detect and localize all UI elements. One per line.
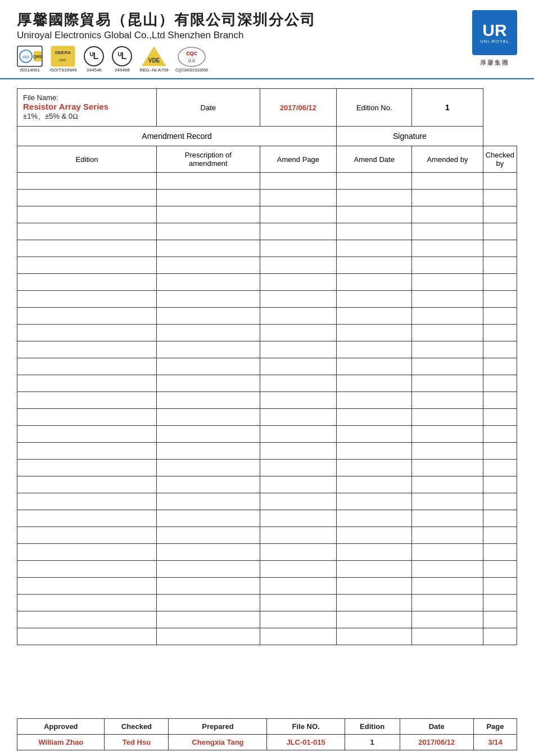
edition-label: Edition: [345, 719, 400, 735]
footer-labels-row: Approved Checked Prepared File NO. Editi…: [17, 719, 517, 735]
logo-deera: DEERA cert. ISO/TS16949: [49, 46, 76, 73]
amendment-header-row: Amendment Record Signature: [17, 127, 517, 146]
svg-text:ᵁL: ᵁL: [117, 51, 127, 61]
svg-text:CQC: CQC: [186, 51, 198, 56]
file-name-cell: File Name: Resistor Array Series ±1%、±5%…: [17, 89, 157, 127]
footer-values-row: William Zhao Ted Hsu Chengxia Tang JLC-0…: [17, 735, 517, 750]
footer: Approved Checked Prepared File NO. Editi…: [0, 718, 534, 756]
ur-text: UR: [482, 22, 506, 39]
company-title-cn: 厚馨國際貿易（昆山）有限公司深圳分公司: [17, 10, 316, 30]
header: 厚馨國際貿易（昆山）有限公司深圳分公司 Uniroyal Electronics…: [0, 0, 534, 79]
header-right: UR UNI-ROYAL 厚馨集團: [472, 10, 517, 67]
prepared-value: Chengxia Tang: [169, 735, 267, 750]
file-name-label: File Name:: [23, 93, 151, 102]
edition-label-cell: Edition No.: [337, 89, 412, 127]
table-row: [17, 341, 517, 358]
table-row: [17, 308, 517, 325]
amendment-record-label: Amendment Record: [17, 127, 337, 146]
file-info-row: File Name: Resistor Array Series ±1%、±5%…: [17, 89, 517, 127]
vde-label: REG.-Nr.A759: [139, 68, 168, 73]
col-amend-page: Amend Page: [260, 146, 337, 173]
page-label: Page: [473, 719, 517, 735]
ur-logo: UR UNI-ROYAL: [472, 10, 517, 55]
table-row: [17, 476, 517, 493]
table-row: [17, 527, 517, 544]
date-label-cell: Date: [156, 89, 260, 127]
logo-ul2: ᵁL 245468: [111, 46, 133, 73]
tolerance: ±1%、±5% & 0Ω: [23, 111, 151, 122]
table-row: [17, 611, 517, 628]
table-row: [17, 578, 517, 595]
table-row: [17, 358, 517, 375]
date-value: 2017/06/12: [400, 735, 473, 750]
date-label: Date: [400, 719, 473, 735]
table-row: [17, 460, 517, 476]
table-row: [17, 510, 517, 527]
isots16949-label: ISO/TS16949: [49, 68, 76, 73]
edition-value: 1: [345, 735, 400, 750]
table-row: [17, 173, 517, 190]
col-amend-date: Amend Date: [337, 146, 412, 173]
svg-text:QMS: QMS: [33, 55, 42, 59]
header-left: 厚馨國際貿易（昆山）有限公司深圳分公司 Uniroyal Electronics…: [17, 10, 316, 73]
approved-label: Approved: [17, 719, 105, 735]
table-row: [17, 595, 517, 611]
cqc-label: CQC04001010658: [175, 68, 208, 72]
table-row: [17, 544, 517, 561]
checked-label: Checked: [105, 719, 169, 735]
table-row: [17, 190, 517, 206]
approved-value: William Zhao: [17, 735, 105, 750]
header-logos: ISO QMS ISO14001 DEERA cert. ISO/TS16949: [17, 46, 316, 73]
page-value: 3/14: [473, 735, 517, 750]
svg-text:VDE: VDE: [148, 57, 160, 64]
logo-cqc: CQC 认证 CQC04001010658: [175, 46, 208, 72]
file-no-value: JLC-01-015: [267, 735, 345, 750]
logo-iso14001: ISO QMS ISO14001: [17, 46, 43, 73]
col-checked-by: Checked by: [483, 146, 517, 173]
iso14001-label: ISO14001: [20, 68, 40, 73]
prepared-label: Prepared: [169, 719, 267, 735]
date-value-cell: 2017/06/12: [260, 89, 337, 127]
svg-text:ISO: ISO: [22, 55, 30, 59]
file-no-label: File NO.: [267, 719, 345, 735]
checked-value: Ted Hsu: [105, 735, 169, 750]
svg-rect-5: [51, 46, 75, 66]
uni-royal-text: UNI-ROYAL: [480, 39, 509, 44]
ul245468-label: 245468: [115, 68, 130, 73]
table-row: [17, 291, 517, 308]
table-row: [17, 375, 517, 392]
spacer: [0, 682, 534, 718]
table-row: [17, 274, 517, 291]
col-prescription: Prescription ofamendment: [156, 146, 260, 173]
table-row: [17, 325, 517, 341]
main-content: File Name: Resistor Array Series ±1%、±5%…: [0, 84, 534, 682]
table-row: [17, 240, 517, 257]
page: 厚馨國際貿易（昆山）有限公司深圳分公司 Uniroyal Electronics…: [0, 0, 534, 756]
ul244546-label: 244546: [87, 68, 102, 73]
svg-text:ᵁL: ᵁL: [89, 51, 99, 61]
company-title-en: Uniroyal Electronics Global Co.,Ltd Shen…: [17, 30, 316, 41]
table-row: [17, 426, 517, 443]
table-row: [17, 443, 517, 460]
edition-value-cell: 1: [412, 89, 483, 127]
table-row: [17, 206, 517, 223]
col-amended-by: Amended by: [412, 146, 483, 173]
svg-text:认证: 认证: [188, 58, 196, 63]
table-row: [17, 223, 517, 240]
series-name: Resistor Array Series: [23, 102, 151, 111]
amendment-col-headers: Edition Prescription ofamendment Amend P…: [17, 146, 517, 173]
table-row: [17, 561, 517, 578]
table-row: [17, 628, 517, 645]
table-row: [17, 409, 517, 426]
logo-ul1: ᵁL 244546: [83, 46, 105, 73]
table-row: [17, 493, 517, 510]
footer-table: Approved Checked Prepared File NO. Editi…: [17, 718, 517, 750]
main-table: File Name: Resistor Array Series ±1%、±5%…: [17, 88, 517, 645]
svg-text:cert.: cert.: [59, 58, 67, 62]
group-text-cn: 厚馨集團: [480, 58, 509, 67]
signature-label: Signature: [337, 127, 483, 146]
table-row: [17, 257, 517, 274]
svg-text:DEERA: DEERA: [55, 50, 71, 55]
col-edition: Edition: [17, 146, 157, 173]
table-row: [17, 392, 517, 409]
